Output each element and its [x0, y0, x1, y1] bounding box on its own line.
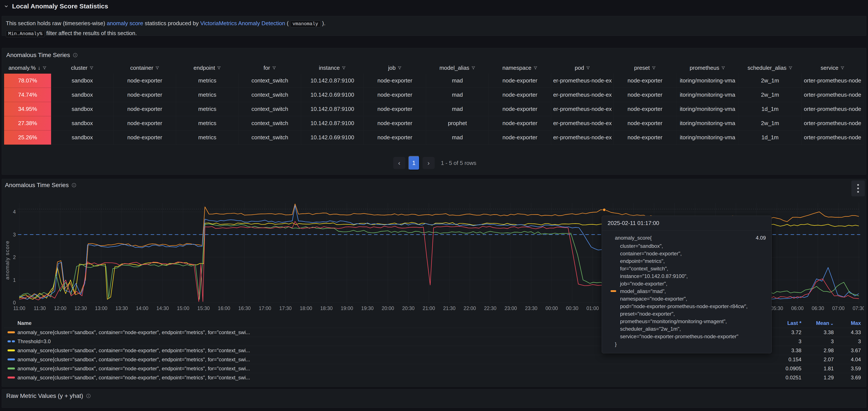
table-cell: 1d_1m	[739, 131, 801, 145]
x-tick-label: 11:00	[13, 306, 25, 311]
info-icon[interactable]	[71, 182, 76, 188]
table-cell: context_switch	[239, 74, 301, 88]
table-cell: node-exporter	[364, 74, 426, 88]
prev-page-button[interactable]: ‹	[393, 157, 405, 169]
legend-last-value: 0.0905	[765, 366, 801, 372]
table-cell: sandbox	[51, 131, 114, 145]
column-header-cluster[interactable]: cluster	[51, 62, 114, 74]
legend-series-marker-icon	[7, 377, 15, 378]
filter-icon[interactable]	[397, 66, 402, 70]
column-header-service[interactable]: service	[801, 62, 864, 74]
legend-row[interactable]: anomaly_score{cluster="sandbox", contain…	[4, 373, 864, 382]
info-icon[interactable]	[73, 53, 78, 58]
table-cell: metrics	[176, 116, 239, 131]
table-panel-title: Anomalous Time Series	[6, 52, 70, 59]
x-tick-label: 19:30	[361, 306, 374, 311]
tooltip-metric-close: }	[608, 340, 766, 348]
tooltip-body: anomaly_score{ 4.09 cluster="sandbox",co…	[602, 231, 771, 353]
legend-series-label[interactable]: anomaly_score{cluster="sandbox", contain…	[18, 366, 765, 372]
filter-icon[interactable]	[721, 66, 725, 70]
filter-icon[interactable]	[586, 66, 590, 70]
filter-icon[interactable]	[42, 66, 47, 70]
table-cell: node-exporter	[614, 102, 676, 116]
filter-icon[interactable]	[652, 66, 656, 70]
column-header-anomaly.%[interactable]: anomaly.%↓	[4, 62, 51, 74]
description-text: statistics produced by	[143, 20, 200, 27]
column-header-pod[interactable]: pod	[551, 62, 614, 74]
legend-max-value: 3.59	[834, 366, 864, 372]
legend-max-header[interactable]: Max	[834, 320, 864, 326]
column-header-namespace[interactable]: namespace	[489, 62, 551, 74]
filter-icon[interactable]	[342, 66, 346, 70]
tooltip-label-line: pod="node-exporter-prometheus-node-expor…	[608, 303, 766, 310]
page-1-button[interactable]: 1	[408, 156, 420, 170]
column-header-endpoint[interactable]: endpoint	[176, 62, 239, 74]
filter-icon[interactable]	[788, 66, 793, 70]
anomaly-score-link[interactable]: anomaly score	[107, 20, 143, 27]
table-row: 78.07%sandboxnode-exportermetricscontext…	[4, 74, 864, 88]
x-tick-label: 21:00	[423, 306, 435, 311]
x-tick-label: 12:00	[54, 306, 66, 311]
filter-icon[interactable]	[840, 66, 845, 70]
kebab-icon	[857, 184, 859, 193]
section-header-local-anomaly[interactable]: Local Anomaly Score Statistics	[0, 0, 868, 12]
column-header-instance[interactable]: instance	[301, 62, 364, 74]
filter-icon[interactable]	[471, 66, 475, 70]
raw-panel-title: Raw Metric Values (y + yhat)	[6, 392, 83, 399]
description-text: This section holds raw (timeseries-wise)	[6, 20, 107, 27]
x-tick-label: 14:00	[136, 306, 148, 311]
table-cell: node-exporter	[489, 88, 551, 102]
x-tick-label: 22:00	[464, 306, 476, 311]
column-header-preset[interactable]: preset	[614, 62, 676, 74]
table-cell: 10.142.0.69:9100	[301, 131, 364, 145]
x-tick-label: 16:30	[238, 306, 251, 311]
tooltip-label-line: endpoint="metrics",	[608, 257, 766, 265]
table-cell: 2w_1m	[739, 88, 801, 102]
filter-icon[interactable]	[155, 66, 159, 70]
table-cell: mad	[426, 131, 489, 145]
filter-icon[interactable]	[89, 66, 94, 70]
info-icon[interactable]	[86, 393, 91, 399]
x-tick-label: 05:30	[771, 306, 783, 311]
legend-mean-value: 2.98	[801, 347, 834, 353]
column-header-for[interactable]: for	[239, 62, 301, 74]
column-header-container[interactable]: container	[114, 62, 176, 74]
legend-mean-header[interactable]: Mean⌄	[801, 320, 834, 326]
table-cell: itoring/monitoring-vma	[676, 131, 739, 145]
table-cell: 1d_1m	[739, 102, 801, 116]
table-cell: er-prometheus-node-ex	[551, 102, 614, 116]
anomaly-percent-cell: 34.95%	[4, 102, 51, 116]
column-header-prometheus[interactable]: prometheus	[676, 62, 739, 74]
legend-series-label[interactable]: anomaly_score{cluster="sandbox", contain…	[18, 375, 765, 381]
table-cell: context_switch	[239, 102, 301, 116]
tooltip-label-line: preset="node-exporter",	[608, 310, 766, 317]
victoriametrics-link[interactable]: VictoriaMetrics Anomaly Detection	[200, 20, 285, 27]
description-line-1: This section holds raw (timeseries-wise)…	[6, 19, 862, 29]
legend-row[interactable]: anomaly_score{cluster="sandbox", contain…	[4, 355, 864, 364]
table-cell: orter-prometheus-node	[801, 131, 864, 145]
table-cell: node-exporter	[364, 116, 426, 131]
column-header-scheduler_alias[interactable]: scheduler_alias	[739, 62, 801, 74]
x-tick-label: 15:00	[177, 306, 189, 311]
column-header-job[interactable]: job	[364, 62, 426, 74]
table-cell: 10.142.0.87:9100	[301, 116, 364, 131]
section-title: Local Anomaly Score Statistics	[12, 3, 108, 10]
table-cell: node-exporter	[489, 102, 551, 116]
table-cell: er-prometheus-node-ex	[551, 116, 614, 131]
column-header-model_alias[interactable]: model_alias	[426, 62, 489, 74]
filter-icon[interactable]	[272, 66, 276, 70]
table-cell: node-exporter	[114, 88, 176, 102]
series-marker-icon	[611, 290, 616, 292]
hover-point	[603, 208, 606, 211]
legend-max-value: 3	[834, 338, 864, 344]
x-tick-label: 19:00	[341, 306, 353, 311]
table-cell: node-exporter	[489, 74, 551, 88]
table-cell: 10.142.0.69:9100	[301, 88, 364, 102]
next-page-button[interactable]: ›	[423, 157, 435, 169]
chart-panel-title: Anomalous Time Series	[5, 182, 69, 189]
legend-series-label[interactable]: anomaly_score{cluster="sandbox", contain…	[18, 356, 765, 363]
filter-icon[interactable]	[217, 66, 221, 70]
legend-row[interactable]: anomaly_score{cluster="sandbox", contain…	[4, 364, 864, 373]
filter-icon[interactable]	[533, 66, 538, 70]
panel-menu-button[interactable]	[851, 180, 865, 196]
